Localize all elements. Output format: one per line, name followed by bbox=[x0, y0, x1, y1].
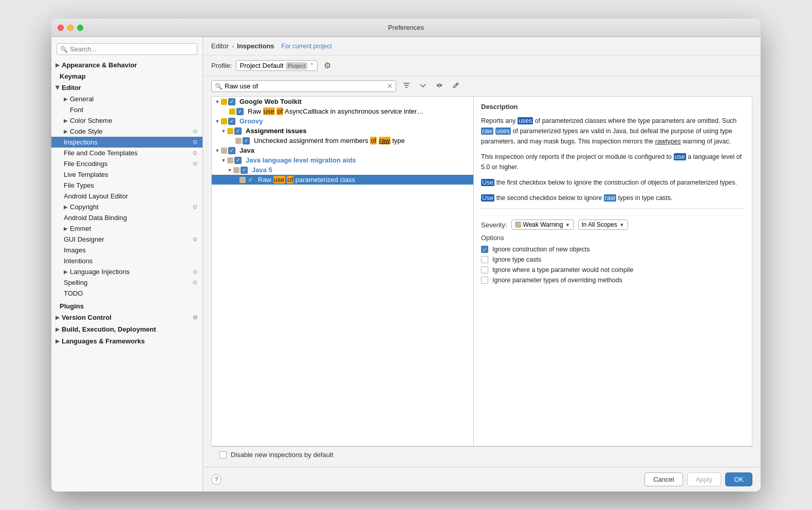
sidebar-item-colorscheme[interactable]: ▶ Color Scheme bbox=[51, 115, 202, 126]
assignmentissues-checkbox[interactable] bbox=[234, 128, 242, 135]
ok-button[interactable]: OK bbox=[725, 472, 752, 486]
gwt-checkbox[interactable] bbox=[228, 98, 235, 105]
sidebar-item-plugins[interactable]: Plugins bbox=[51, 301, 202, 312]
sidebar-item-versioncontrol[interactable]: ▶ Version Control ⊙ bbox=[51, 312, 202, 323]
sidebar-item-label: Keymap bbox=[60, 72, 86, 80]
sidebar-item-languages[interactable]: ▶ Languages & Frameworks bbox=[51, 335, 202, 347]
sidebar-item-fileencodings[interactable]: File Encodings ⊙ bbox=[51, 158, 202, 169]
description-para1: Reports any uses of parameterized classe… bbox=[481, 116, 745, 147]
sidebar-item-images[interactable]: Images bbox=[51, 245, 202, 256]
sidebar-item-label: GUI Designer bbox=[64, 235, 104, 243]
sidebar-item-label: General bbox=[70, 95, 94, 103]
sidebar-search-box[interactable]: 🔍 bbox=[57, 43, 197, 55]
sidebar-item-editor[interactable]: ▶ Editor bbox=[51, 82, 202, 94]
gwt-rawuse-checkbox[interactable] bbox=[236, 108, 244, 115]
tree-item-groovy[interactable]: ▼ Groovy bbox=[212, 116, 473, 126]
settings-icon: ⊙ bbox=[193, 128, 197, 135]
bottom-bar: Disable new inspections by default bbox=[211, 446, 752, 463]
tree-item-javalangmigration[interactable]: ▼ Java language level migration aids bbox=[212, 155, 473, 165]
sidebar-item-filecodetemplates[interactable]: File and Code Templates ⊙ bbox=[51, 148, 202, 158]
help-button[interactable]: ? bbox=[211, 475, 222, 485]
javalang-checkbox[interactable] bbox=[234, 157, 242, 164]
sidebar-item-androidlayout[interactable]: Android Layout Editor bbox=[51, 191, 202, 202]
severity-dropdown[interactable]: Weak Warning ▼ bbox=[511, 220, 574, 230]
sidebar-item-label: Inspections bbox=[64, 138, 98, 146]
tree-item-java[interactable]: ▼ Java bbox=[212, 145, 473, 155]
tree-item-java5[interactable]: ▼ Java 5 bbox=[212, 165, 473, 175]
sidebar-item-buildexecution[interactable]: ▶ Build, Execution, Deployment bbox=[51, 323, 202, 335]
severity-section: Severity: Weak Warning ▼ In All Scopes ▼ bbox=[481, 215, 745, 230]
collapse-all-button[interactable] bbox=[433, 80, 446, 92]
footer-left: ? bbox=[211, 472, 640, 486]
option-row-0: Ignore construction of new objects bbox=[481, 246, 745, 253]
option-label-3: Ignore parameter types of overriding met… bbox=[492, 277, 622, 284]
sidebar-item-languageinjections[interactable]: ▶ Language Injections ⊙ bbox=[51, 266, 202, 277]
highlight-raw2: raw bbox=[604, 194, 616, 202]
tree-section-label: Java bbox=[237, 147, 470, 154]
java-checkbox[interactable] bbox=[228, 147, 235, 154]
severity-indicator bbox=[221, 148, 227, 154]
main-panel: Editor › Inspections For current project… bbox=[203, 37, 761, 491]
disable-new-inspections-checkbox[interactable] bbox=[219, 451, 227, 459]
cancel-button[interactable]: Cancel bbox=[644, 472, 682, 486]
tree-item-unchecked[interactable]: Unchecked assignment from members of raw… bbox=[212, 136, 473, 145]
profile-select-dropdown[interactable]: Project Default Project ⌃ bbox=[236, 60, 318, 71]
sidebar-item-intentions[interactable]: Intentions bbox=[51, 256, 202, 266]
tree-item-label: Unchecked assignment from members of raw… bbox=[252, 137, 470, 144]
sidebar-item-guidesigner[interactable]: GUI Designer ⊙ bbox=[51, 234, 202, 245]
tree-item-label: Raw use of AsyncCallback in asynchronous… bbox=[246, 107, 470, 115]
unchecked-checkbox[interactable] bbox=[243, 137, 250, 144]
minimize-button[interactable] bbox=[67, 25, 73, 31]
apply-button[interactable]: Apply bbox=[687, 472, 722, 486]
expand-all-button[interactable] bbox=[417, 80, 429, 92]
sidebar-item-general[interactable]: ▶ General bbox=[51, 94, 202, 104]
tree-item-gwt-rawuse[interactable]: Raw use of AsyncCallback in asynchronous… bbox=[212, 106, 473, 116]
groovy-checkbox[interactable] bbox=[228, 118, 235, 125]
sidebar-item-keymap[interactable]: Keymap bbox=[51, 71, 202, 82]
sidebar-item-livetemplates[interactable]: Live Templates bbox=[51, 169, 202, 180]
java5-checkbox[interactable] bbox=[241, 167, 248, 174]
sidebar-item-appearance[interactable]: ▶ Appearance & Behavior bbox=[51, 59, 202, 71]
severity-indicator bbox=[239, 177, 246, 183]
inspections-search-box[interactable]: 🔍 ✕ bbox=[211, 80, 396, 92]
settings-icon: ⊙ bbox=[193, 150, 197, 156]
clear-search-icon[interactable]: ✕ bbox=[387, 82, 393, 90]
tree-item-assignmentissues[interactable]: ▼ Assignment issues bbox=[212, 126, 473, 136]
sidebar-item-label: Editor bbox=[62, 84, 81, 92]
gear-button[interactable]: ⚙ bbox=[322, 60, 333, 71]
sidebar-item-label: File Types bbox=[64, 181, 94, 189]
sidebar-item-emmet[interactable]: ▶ Emmet bbox=[51, 223, 202, 234]
sidebar-item-label: Spelling bbox=[64, 279, 87, 286]
inspections-search-input[interactable] bbox=[225, 82, 385, 90]
severity-color-indicator bbox=[515, 222, 521, 228]
titlebar: Preferences bbox=[51, 19, 761, 37]
close-button[interactable] bbox=[58, 25, 64, 31]
sidebar-search-input[interactable] bbox=[70, 45, 194, 53]
option-checkbox-ignore-typecasts[interactable] bbox=[481, 256, 488, 263]
description-para2: This inspection only reports if the proj… bbox=[481, 152, 745, 172]
tree-item-rawuse-selected[interactable]: Raw use of parameterized class bbox=[212, 175, 473, 185]
sidebar-item-label: Intentions bbox=[64, 257, 93, 265]
edit-button[interactable] bbox=[450, 80, 462, 92]
sidebar-item-font[interactable]: Font bbox=[51, 104, 202, 115]
triangle-icon: ▶ bbox=[55, 86, 61, 90]
sidebar-item-spelling[interactable]: Spelling ⊙ bbox=[51, 277, 202, 288]
sidebar-item-androiddatabinding[interactable]: Android Data Binding bbox=[51, 212, 202, 223]
sidebar-item-codestyle[interactable]: ▶ Code Style ⊙ bbox=[51, 126, 202, 137]
maximize-button[interactable] bbox=[77, 25, 83, 31]
for-current-project-link[interactable]: For current project bbox=[282, 43, 332, 50]
sidebar-item-filetypes[interactable]: File Types bbox=[51, 180, 202, 191]
option-checkbox-ignore-nocompile[interactable] bbox=[481, 266, 488, 274]
scope-dropdown[interactable]: In All Scopes ▼ bbox=[578, 220, 628, 230]
tree-item-gwt[interactable]: ▼ Google Web Toolkit bbox=[212, 97, 473, 106]
profile-badge: Project bbox=[286, 62, 307, 69]
sidebar-item-todo[interactable]: TODO bbox=[51, 288, 202, 299]
sidebar-item-copyright[interactable]: ▶ Copyright ⊙ bbox=[51, 202, 202, 212]
option-row-1: Ignore type casts bbox=[481, 256, 745, 263]
rawuse-checkbox[interactable] bbox=[247, 176, 254, 184]
sidebar-item-inspections[interactable]: Inspections ⊙ bbox=[51, 137, 202, 148]
option-checkbox-ignore-construction[interactable] bbox=[481, 246, 488, 253]
filter-icon bbox=[403, 82, 410, 89]
option-checkbox-ignore-overriding[interactable] bbox=[481, 277, 488, 284]
filter-button[interactable] bbox=[400, 80, 413, 92]
